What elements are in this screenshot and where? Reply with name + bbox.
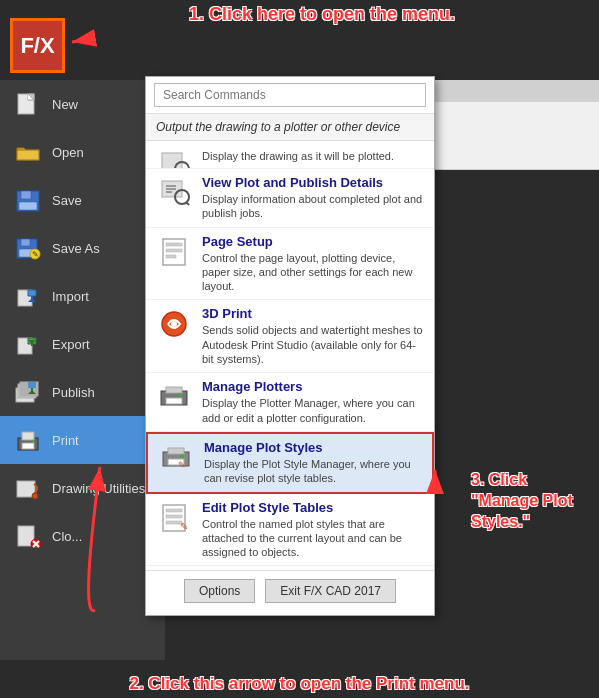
menu-item-3d-print-desc: Sends solid objects and watertight meshe…	[202, 323, 424, 366]
svg-rect-58	[168, 448, 184, 454]
svg-rect-27	[22, 443, 34, 449]
plot-details-icon	[156, 175, 192, 211]
svg-rect-49	[166, 249, 182, 252]
sidebar-close-label: Clo...	[52, 529, 82, 544]
menu-item-edit-plot-styles[interactable]: ✎ Edit Plot Style Tables Control the nam…	[146, 494, 434, 567]
sidebar-item-import[interactable]: Import ▶	[0, 272, 165, 320]
menu-item-plot-preview-desc: Display the drawing as it will be plotte…	[202, 149, 424, 163]
sidebar-item-save[interactable]: Save	[0, 176, 165, 224]
import-icon	[12, 282, 44, 310]
svg-rect-38	[162, 153, 182, 169]
menu-item-3d-print[interactable]: 3D Print Sends solid objects and waterti…	[146, 300, 434, 373]
svg-rect-2	[17, 150, 39, 160]
sidebar-item-new[interactable]: New ▶	[0, 80, 165, 128]
manage-plotters-icon	[156, 379, 192, 415]
right-annotation: 3. Click "Manage Plot Styles."	[471, 470, 591, 532]
sidebar-item-save-as[interactable]: ✎ Save As	[0, 224, 165, 272]
menu-item-page-setup-content: Page Setup Control the page layout, plot…	[202, 234, 424, 294]
svg-text:✎: ✎	[32, 250, 39, 259]
options-button[interactable]: Options	[184, 579, 255, 603]
menu-item-manage-plotters-content: Manage Plotters Display the Plotter Mana…	[202, 379, 424, 425]
main-container: 1. Click here to open the menu. F/X New …	[0, 0, 599, 698]
menu-item-manage-plot-styles-desc: Display the Plot Style Manager, where yo…	[204, 457, 422, 486]
svg-point-52	[171, 321, 177, 327]
sidebar-open-label: Open	[52, 145, 84, 160]
menu-item-3d-print-title: 3D Print	[202, 306, 424, 321]
sidebar-print-label: Print	[52, 433, 79, 448]
svg-rect-48	[166, 243, 182, 246]
menu-item-edit-plot-styles-content: Edit Plot Style Tables Control the named…	[202, 500, 424, 560]
menu-item-view-details-content: View Plot and Publish Details Display in…	[202, 175, 424, 221]
save-icon	[12, 186, 44, 214]
menu-item-edit-plot-styles-desc: Control the named plot styles that are a…	[202, 517, 424, 560]
menu-item-page-setup[interactable]: Page Setup Control the page layout, plot…	[146, 228, 434, 301]
menu-item-edit-plot-styles-title: Edit Plot Style Tables	[202, 500, 424, 515]
sidebar-item-print[interactable]: Print ▶	[0, 416, 165, 464]
sidebar-item-utilities[interactable]: Drawing Utilities ▶	[0, 464, 165, 512]
menu-item-manage-plot-styles[interactable]: ✎ Manage Plot Styles Display the Plot St…	[146, 432, 434, 494]
sidebar-save-as-label: Save As	[52, 241, 100, 256]
fx-logo-button[interactable]: F/X	[10, 18, 65, 73]
menu-item-view-details[interactable]: View Plot and Publish Details Display in…	[146, 169, 434, 228]
svg-rect-26	[22, 432, 34, 440]
svg-marker-12	[28, 290, 36, 296]
top-annotation: 1. Click here to open the menu.	[55, 4, 589, 25]
sidebar-save-label: Save	[52, 193, 82, 208]
menu-item-plot-preview[interactable]: Display the drawing as it will be plotte…	[146, 141, 434, 169]
sidebar-item-export[interactable]: Export ▶	[0, 320, 165, 368]
menu-item-manage-plotters-title: Manage Plotters	[202, 379, 424, 394]
menu-item-manage-plotters[interactable]: Manage Plotters Display the Plotter Mana…	[146, 373, 434, 432]
manage-plot-styles-icon: ✎	[158, 440, 194, 476]
search-bar	[146, 77, 434, 114]
svg-rect-7	[21, 239, 30, 246]
svg-rect-64	[166, 515, 182, 518]
menu-item-manage-plot-styles-title: Manage Plot Styles	[204, 440, 422, 455]
sidebar-import-label: Import	[52, 289, 89, 304]
edit-plot-style-icon: ✎	[156, 500, 192, 536]
save-as-icon: ✎	[12, 234, 44, 262]
svg-line-43	[186, 202, 189, 205]
new-icon	[12, 90, 44, 118]
menu-footer: Options Exit F/X CAD 2017	[146, 570, 434, 607]
menu-item-view-details-title: View Plot and Publish Details	[202, 175, 424, 190]
menu-item-3d-print-content: 3D Print Sends solid objects and waterti…	[202, 306, 424, 366]
close-doc-icon	[12, 522, 44, 550]
open-icon	[12, 138, 44, 166]
export-icon	[12, 330, 44, 358]
sidebar-publish-label: Publish	[52, 385, 95, 400]
menu-item-manage-plotters-desc: Display the Plotter Manager, where you c…	[202, 396, 424, 425]
svg-point-60	[180, 454, 184, 458]
sidebar-new-label: New	[52, 97, 78, 112]
svg-point-56	[178, 393, 182, 397]
svg-text:✎: ✎	[178, 460, 186, 470]
svg-point-28	[32, 440, 35, 443]
menu-item-page-setup-desc: Control the page layout, plotting device…	[202, 251, 424, 294]
bottom-annotation: 2. Click this arrow to open the Print me…	[10, 674, 589, 694]
sidebar-export-label: Export	[52, 337, 90, 352]
menu-item-manage-plot-styles-content: Manage Plot Styles Display the Plot Styl…	[204, 440, 422, 486]
sidebar-item-publish[interactable]: Publish ▶	[0, 368, 165, 416]
menu-item-plot-preview-content: Display the drawing as it will be plotte…	[202, 147, 424, 162]
plot-preview-icon	[156, 147, 192, 169]
svg-rect-50	[166, 255, 176, 258]
sidebar-item-open[interactable]: Open ▶	[0, 128, 165, 176]
svg-text:✎: ✎	[180, 521, 188, 532]
sidebar-utilities-label: Drawing Utilities	[52, 481, 145, 496]
dropdown-menu: Output the drawing to a plotter or other…	[145, 76, 435, 616]
print-icon	[12, 426, 44, 454]
svg-line-69	[72, 38, 95, 42]
page-setup-icon	[156, 234, 192, 270]
output-header: Output the drawing to a plotter or other…	[146, 114, 434, 141]
svg-rect-55	[166, 398, 182, 404]
menu-item-page-setup-title: Page Setup	[202, 234, 424, 249]
svg-marker-22	[28, 382, 36, 388]
utilities-icon	[12, 474, 44, 502]
search-input[interactable]	[154, 83, 426, 107]
menu-item-view-details-desc: Display information about completed plot…	[202, 192, 424, 221]
sidebar-item-close[interactable]: Clo...	[0, 512, 165, 560]
exit-button[interactable]: Exit F/X CAD 2017	[265, 579, 396, 603]
publish-icon	[12, 378, 44, 406]
3d-print-icon	[156, 306, 192, 342]
sidebar: New ▶ Open ▶ Save	[0, 80, 165, 660]
svg-point-30	[32, 493, 38, 499]
